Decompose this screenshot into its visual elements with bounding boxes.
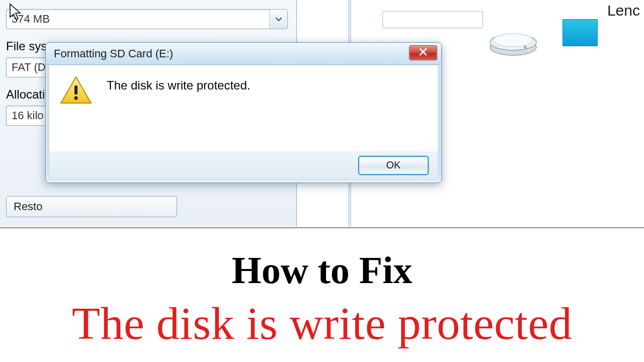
- caption-line-1: How to Fix: [0, 248, 644, 292]
- dialog-body: The disk is write protected.: [49, 65, 438, 152]
- ok-label: OK: [386, 159, 401, 171]
- horizontal-rule: [0, 227, 644, 228]
- svg-point-2: [493, 34, 533, 47]
- svg-point-5: [74, 97, 78, 100]
- allocation-value: 16 kilo: [12, 109, 44, 122]
- filesystem-label: File sys: [6, 39, 47, 53]
- caption-line-2: The disk is write protected: [0, 297, 644, 350]
- svg-point-3: [524, 46, 527, 49]
- close-button[interactable]: [409, 45, 437, 60]
- dialog-title: Formatting SD Card (E:): [54, 47, 173, 60]
- svg-rect-4: [74, 85, 77, 95]
- allocation-label: Allocati: [6, 87, 45, 102]
- ok-button[interactable]: OK: [358, 156, 429, 175]
- drive-label-partial: Lenc: [607, 2, 640, 19]
- address-field[interactable]: [382, 11, 483, 28]
- filesystem-value: FAT (D: [12, 61, 46, 74]
- capacity-dropdown[interactable]: 374 MB: [6, 9, 288, 29]
- close-icon: [419, 47, 428, 58]
- mouse-cursor-icon: [9, 3, 23, 23]
- dialog-footer: OK: [49, 151, 438, 179]
- chevron-down-icon: [269, 10, 287, 29]
- restore-label: Resto: [14, 200, 42, 213]
- dialog-message: The disk is write protected.: [107, 75, 250, 93]
- warning-icon: [59, 75, 93, 108]
- dialog-titlebar[interactable]: Formatting SD Card (E:): [46, 43, 441, 65]
- error-dialog: Formatting SD Card (E:) The disk is writ: [45, 42, 442, 183]
- drive-thumbnail-icon: [562, 19, 598, 46]
- restore-defaults-button[interactable]: Resto: [6, 196, 177, 217]
- hard-drive-icon: [488, 25, 538, 57]
